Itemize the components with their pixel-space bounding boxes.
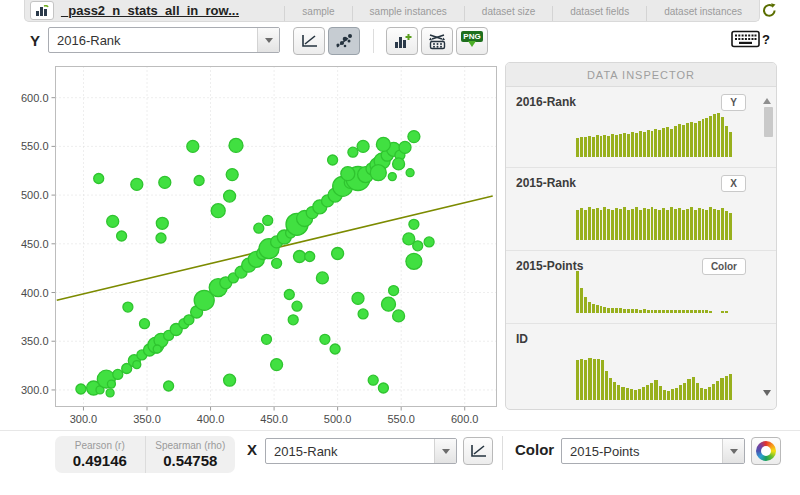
histogram-bar [678, 310, 681, 313]
scatter-point[interactable] [164, 381, 174, 391]
scatter-point[interactable] [76, 384, 86, 394]
tab-dataset-instances[interactable]: dataset instances [646, 6, 759, 21]
y-tick-label: 550.0 [21, 140, 49, 152]
scatter-point[interactable] [424, 237, 434, 247]
scatter-point[interactable] [358, 309, 368, 319]
y-select-arrow[interactable] [257, 28, 279, 52]
png-export-button[interactable]: PNG [456, 27, 488, 55]
color-field-value: 2015-Points [562, 444, 722, 459]
scatter-point[interactable] [131, 178, 143, 190]
scatter-point[interactable] [284, 290, 294, 300]
refresh-icon[interactable] [761, 2, 778, 19]
scatter-point[interactable] [413, 241, 423, 251]
scatter-point[interactable] [409, 219, 419, 229]
scatter-point[interactable] [370, 165, 386, 181]
scatter-point[interactable] [224, 374, 236, 386]
reshuffle-sample-button[interactable] [421, 27, 453, 55]
scatter-point[interactable] [406, 253, 422, 269]
x-scale-button[interactable] [463, 437, 493, 465]
scatter-point[interactable] [187, 140, 199, 152]
chart-menu-button[interactable] [30, 1, 54, 20]
tab-dataset-fields[interactable]: dataset fields [552, 6, 646, 21]
scatter-point[interactable] [262, 334, 272, 344]
histogram-bar [692, 377, 695, 400]
line-chart-button[interactable] [293, 27, 325, 55]
scatter-point[interactable] [320, 334, 330, 344]
scatter-point[interactable] [408, 131, 420, 143]
scatter-point[interactable] [159, 176, 171, 188]
scatter-point[interactable] [341, 167, 355, 181]
scatter-point[interactable] [292, 301, 302, 311]
scatter-point[interactable] [368, 375, 378, 385]
scatter-point[interactable] [388, 173, 396, 181]
inspector-field-ID: ID [506, 323, 776, 410]
add-chart-button[interactable] [386, 27, 418, 55]
scatter-point[interactable] [94, 174, 104, 184]
scatter-point[interactable] [357, 140, 369, 152]
scatter-point[interactable] [194, 176, 204, 186]
scroll-up-icon[interactable] [763, 94, 771, 104]
dataset-title[interactable]: _pass2_n_stats_all_in_row... [61, 3, 239, 18]
scatter-point[interactable] [123, 302, 133, 312]
scroll-down-icon[interactable] [763, 390, 771, 400]
color-field-select[interactable]: 2015-Points [561, 438, 745, 464]
keyboard-shortcuts-help[interactable]: ? [731, 30, 770, 48]
scatter-point[interactable] [106, 389, 114, 397]
scatter-point[interactable] [271, 359, 283, 371]
scatter-point[interactable] [305, 252, 315, 262]
scatter-point[interactable] [378, 383, 388, 393]
scatter-point[interactable] [133, 361, 141, 369]
scatter-point[interactable] [294, 251, 306, 263]
scatter-point[interactable] [330, 344, 340, 354]
scatter-point[interactable] [254, 223, 264, 233]
scatter-point[interactable] [399, 141, 411, 153]
scatter-point[interactable] [352, 292, 364, 304]
field-role-badge[interactable]: X [721, 175, 746, 192]
scatter-point[interactable] [107, 215, 119, 227]
x-tick-label: 500.0 [324, 413, 352, 425]
tab-dataset-size[interactable]: dataset size [464, 6, 552, 21]
scatter-point[interactable] [393, 158, 405, 170]
scatter-point[interactable] [226, 169, 238, 181]
color-select-arrow[interactable] [722, 439, 744, 463]
tab-sample-instances[interactable]: sample instances [352, 6, 464, 21]
scatter-point[interactable] [113, 369, 123, 379]
scatter-point[interactable] [263, 215, 273, 225]
png-download-icon: PNG [461, 31, 482, 51]
scatter-point[interactable] [224, 190, 236, 202]
inspector-field-2016-Rank: 2016-RankY [506, 87, 776, 167]
histogram-bar [687, 379, 690, 400]
scatter-point[interactable] [117, 231, 127, 241]
scatter-point[interactable] [140, 319, 150, 329]
scatter-point[interactable] [348, 147, 358, 157]
y-field-select[interactable]: 2016-Rank [48, 27, 280, 53]
scatter-point[interactable] [156, 233, 166, 243]
scatter-point[interactable] [332, 248, 344, 260]
histogram-bar [615, 308, 618, 313]
scatter-point[interactable] [107, 380, 115, 388]
data-inspector-title: DATA INSPECTOR [506, 63, 776, 87]
scrollbar-thumb[interactable] [764, 107, 773, 137]
x-field-select[interactable]: 2015-Rank [265, 438, 457, 464]
x-select-arrow[interactable] [434, 439, 456, 463]
scatter-point[interactable] [406, 169, 414, 177]
scatter-point[interactable] [382, 297, 396, 311]
scatter-point[interactable] [376, 137, 390, 151]
scatter-point[interactable] [272, 258, 282, 268]
scatter-point[interactable] [153, 345, 161, 353]
scatter-point[interactable] [156, 217, 168, 229]
scatter-point[interactable] [389, 286, 399, 296]
scatter-point[interactable] [211, 204, 225, 218]
tab-sample[interactable]: sample [284, 6, 351, 21]
histogram-bar [607, 308, 610, 313]
scatter-point[interactable] [328, 155, 338, 165]
histogram-bar [639, 210, 642, 240]
scatter-point[interactable] [288, 315, 298, 325]
color-wheel-button[interactable] [751, 437, 781, 465]
scatter-chart-button[interactable] [328, 27, 360, 55]
field-histogram [576, 107, 732, 157]
scatter-point[interactable] [393, 310, 405, 322]
scatter-point[interactable] [316, 272, 328, 284]
histogram-bar [651, 131, 654, 157]
scatter-point[interactable] [229, 138, 243, 152]
